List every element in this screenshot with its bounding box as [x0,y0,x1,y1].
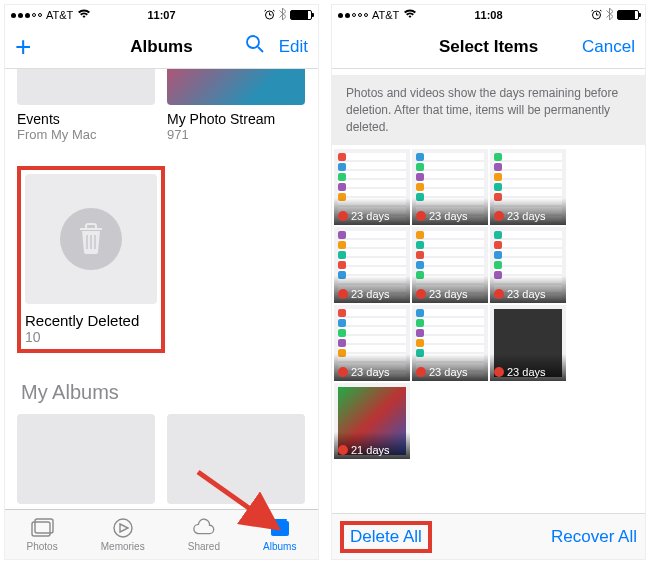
navbar: + Albums Edit [5,25,318,69]
photo-thumbnail[interactable]: 23 days [412,149,488,225]
photo-thumbnail[interactable]: 23 days [490,305,566,381]
photo-thumbnail[interactable]: 21 days [334,383,410,459]
battery-icon [290,10,312,20]
tab-shared[interactable]: Shared [188,517,220,552]
photo-thumbnail[interactable]: 23 days [334,227,410,303]
signal-dots-icon [11,13,42,18]
add-album-button[interactable]: + [15,33,31,61]
status-time: 11:08 [474,9,502,21]
tab-label: Photos [27,541,58,552]
status-bar: AT&T 11:07 [5,5,318,25]
tab-memories[interactable]: Memories [101,517,145,552]
signal-dots-icon [338,13,368,18]
album-recently-deleted[interactable]: Recently Deleted 10 [17,166,165,353]
bluetooth-icon [279,8,286,22]
page-title: Albums [130,37,192,57]
album-thumbnail [17,69,155,105]
trash-icon [76,222,106,256]
days-remaining-badge: 23 days [412,198,488,225]
days-remaining-badge: 23 days [334,198,410,225]
photo-grid: 23 days23 days23 days23 days23 days23 da… [332,149,645,459]
photos-icon [30,517,54,539]
albums-icon [268,517,292,539]
svg-rect-5 [271,521,289,536]
photo-thumbnail[interactable]: 23 days [334,305,410,381]
days-remaining-badge: 23 days [490,354,566,381]
wifi-icon [403,9,417,21]
tab-bar: Photos Memories Shared Albums [5,509,318,559]
status-time: 11:07 [147,9,175,21]
bluetooth-icon [606,8,613,22]
edit-button[interactable]: Edit [279,37,308,57]
cancel-button[interactable]: Cancel [582,37,635,57]
content-area: Photos and videos show the days remainin… [332,69,645,513]
album-name: My Photo Stream [167,111,305,127]
memories-icon [111,517,135,539]
toolbar: Delete All Recover All [332,513,645,559]
album-thumbnail [167,69,305,105]
my-album-placeholder[interactable] [17,414,155,504]
tab-photos[interactable]: Photos [27,517,58,552]
carrier-label: AT&T [372,9,399,21]
search-button[interactable] [245,34,265,59]
photo-thumbnail[interactable]: 23 days [412,227,488,303]
album-count: 971 [167,127,305,142]
days-remaining-badge: 23 days [334,354,410,381]
svg-point-1 [247,36,259,48]
recently-deleted-thumbnail [25,174,157,304]
tab-label: Shared [188,541,220,552]
album-name: Recently Deleted [25,312,157,329]
tab-label: Memories [101,541,145,552]
section-my-albums: My Albums [21,381,302,404]
album-events[interactable]: Events From My Mac [17,77,155,142]
info-banner: Photos and videos show the days remainin… [332,75,645,145]
days-remaining-badge: 23 days [412,276,488,303]
album-name: Events [17,111,155,127]
alarm-icon [591,9,602,22]
album-count: 10 [25,329,157,345]
album-subtitle: From My Mac [17,127,155,142]
battery-icon [617,10,639,20]
annotation-highlight: Delete All [340,521,432,553]
my-album-placeholder[interactable] [167,414,305,504]
photo-thumbnail[interactable]: 23 days [334,149,410,225]
days-remaining-badge: 23 days [412,354,488,381]
wifi-icon [77,9,91,21]
page-title: Select Items [439,37,538,57]
carrier-label: AT&T [46,9,73,21]
photo-thumbnail[interactable]: 23 days [490,149,566,225]
days-remaining-badge: 21 days [334,432,410,459]
tab-label: Albums [263,541,296,552]
days-remaining-badge: 23 days [490,276,566,303]
status-bar: AT&T 11:08 [332,5,645,25]
svg-rect-6 [273,519,287,521]
delete-all-button[interactable]: Delete All [350,527,422,546]
days-remaining-badge: 23 days [334,276,410,303]
phone-albums: AT&T 11:07 + Albums [4,4,319,560]
days-remaining-badge: 23 days [490,198,566,225]
recover-all-button[interactable]: Recover All [551,527,637,547]
photo-thumbnail[interactable]: 23 days [490,227,566,303]
content-area: Events From My Mac My Photo Stream 971 [5,69,318,509]
navbar: Select Items Cancel [332,25,645,69]
photo-thumbnail[interactable]: 23 days [412,305,488,381]
alarm-icon [264,9,275,22]
album-photo-stream[interactable]: My Photo Stream 971 [167,77,305,142]
tab-albums[interactable]: Albums [263,517,296,552]
phone-select-items: AT&T 11:08 Select Items Cancel [331,4,646,560]
cloud-icon [192,517,216,539]
